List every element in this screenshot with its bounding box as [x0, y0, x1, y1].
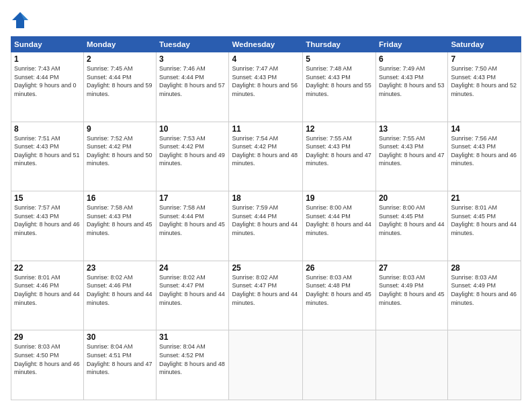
cell-info: Sunrise: 7:55 AMSunset: 4:43 PMDaylight:… [306, 135, 371, 167]
calendar-week-row: 29 Sunrise: 8:03 AMSunset: 4:50 PMDaylig… [11, 330, 521, 400]
calendar-cell: 26 Sunrise: 8:03 AMSunset: 4:48 PMDaylig… [303, 261, 376, 330]
calendar-cell: 5 Sunrise: 7:48 AMSunset: 4:43 PMDayligh… [303, 52, 376, 122]
calendar-cell: 30 Sunrise: 8:04 AMSunset: 4:51 PMDaylig… [83, 330, 156, 400]
cell-info: Sunrise: 8:00 AMSunset: 4:44 PMDaylight:… [306, 204, 371, 236]
day-number: 28 [451, 263, 518, 273]
cell-info: Sunrise: 8:03 AMSunset: 4:50 PMDaylight:… [14, 343, 80, 375]
calendar-week-row: 1 Sunrise: 7:43 AMSunset: 4:44 PMDayligh… [11, 52, 521, 122]
calendar-cell [303, 330, 376, 400]
calendar-cell: 24 Sunrise: 8:02 AMSunset: 4:47 PMDaylig… [157, 261, 229, 330]
cell-info: Sunrise: 7:59 AMSunset: 4:44 PMDaylight:… [232, 204, 298, 236]
calendar-cell: 19 Sunrise: 8:00 AMSunset: 4:44 PMDaylig… [303, 191, 376, 261]
calendar-cell: 27 Sunrise: 8:03 AMSunset: 4:49 PMDaylig… [375, 261, 447, 330]
calendar-header-row: SundayMondayTuesdayWednesdayThursdayFrid… [11, 37, 521, 52]
weekday-header: Friday [375, 37, 447, 52]
cell-info: Sunrise: 7:51 AMSunset: 4:43 PMDaylight:… [14, 135, 80, 167]
cell-info: Sunrise: 8:02 AMSunset: 4:46 PMDaylight:… [87, 274, 152, 306]
calendar-cell: 15 Sunrise: 7:57 AMSunset: 4:43 PMDaylig… [11, 191, 84, 261]
calendar-cell: 1 Sunrise: 7:43 AMSunset: 4:44 PMDayligh… [11, 52, 84, 122]
calendar-cell: 28 Sunrise: 8:03 AMSunset: 4:49 PMDaylig… [448, 261, 521, 330]
calendar-cell: 10 Sunrise: 7:53 AMSunset: 4:42 PMDaylig… [157, 122, 229, 191]
cell-info: Sunrise: 8:01 AMSunset: 4:45 PMDaylight:… [451, 204, 517, 236]
day-number: 3 [159, 54, 226, 64]
calendar-cell: 12 Sunrise: 7:55 AMSunset: 4:43 PMDaylig… [303, 122, 376, 191]
weekday-header: Sunday [11, 37, 84, 52]
cell-info: Sunrise: 7:58 AMSunset: 4:44 PMDaylight:… [159, 204, 225, 236]
cell-info: Sunrise: 7:54 AMSunset: 4:42 PMDaylight:… [232, 135, 298, 167]
calendar-cell: 22 Sunrise: 8:01 AMSunset: 4:46 PMDaylig… [11, 261, 84, 330]
day-number: 26 [306, 263, 373, 273]
day-number: 4 [232, 54, 300, 64]
calendar-cell: 29 Sunrise: 8:03 AMSunset: 4:50 PMDaylig… [11, 330, 84, 400]
day-number: 14 [451, 124, 518, 134]
calendar-cell: 23 Sunrise: 8:02 AMSunset: 4:46 PMDaylig… [83, 261, 156, 330]
cell-info: Sunrise: 7:58 AMSunset: 4:43 PMDaylight:… [87, 204, 152, 236]
day-number: 10 [159, 124, 226, 134]
calendar-cell: 21 Sunrise: 8:01 AMSunset: 4:45 PMDaylig… [448, 191, 521, 261]
day-number: 13 [379, 124, 445, 134]
calendar-cell: 11 Sunrise: 7:54 AMSunset: 4:42 PMDaylig… [229, 122, 303, 191]
calendar-cell: 17 Sunrise: 7:58 AMSunset: 4:44 PMDaylig… [157, 191, 229, 261]
cell-info: Sunrise: 7:48 AMSunset: 4:43 PMDaylight:… [306, 65, 371, 97]
day-number: 2 [87, 54, 153, 64]
calendar-week-row: 15 Sunrise: 7:57 AMSunset: 4:43 PMDaylig… [11, 191, 521, 261]
day-number: 22 [14, 263, 81, 273]
calendar-cell [448, 330, 521, 400]
day-number: 1 [14, 54, 81, 64]
calendar-cell: 25 Sunrise: 8:02 AMSunset: 4:47 PMDaylig… [229, 261, 303, 330]
cell-info: Sunrise: 8:02 AMSunset: 4:47 PMDaylight:… [159, 274, 225, 306]
calendar-cell: 8 Sunrise: 7:51 AMSunset: 4:43 PMDayligh… [11, 122, 84, 191]
logo [11, 11, 32, 30]
day-number: 16 [87, 193, 153, 203]
day-number: 27 [379, 263, 445, 273]
logo-icon [11, 11, 30, 30]
calendar-cell: 7 Sunrise: 7:50 AMSunset: 4:43 PMDayligh… [448, 52, 521, 122]
cell-info: Sunrise: 8:02 AMSunset: 4:47 PMDaylight:… [232, 274, 298, 306]
cell-info: Sunrise: 7:57 AMSunset: 4:43 PMDaylight:… [14, 204, 80, 236]
weekday-header: Monday [83, 37, 156, 52]
day-number: 15 [14, 193, 81, 203]
calendar-cell: 13 Sunrise: 7:55 AMSunset: 4:43 PMDaylig… [375, 122, 447, 191]
cell-info: Sunrise: 7:47 AMSunset: 4:43 PMDaylight:… [232, 65, 298, 97]
cell-info: Sunrise: 8:03 AMSunset: 4:49 PMDaylight:… [379, 274, 445, 306]
day-number: 17 [159, 193, 226, 203]
cell-info: Sunrise: 7:53 AMSunset: 4:42 PMDaylight:… [159, 135, 225, 167]
cell-info: Sunrise: 7:45 AMSunset: 4:44 PMDaylight:… [87, 65, 152, 97]
calendar-cell: 6 Sunrise: 7:49 AMSunset: 4:43 PMDayligh… [375, 52, 447, 122]
day-number: 21 [451, 193, 518, 203]
cell-info: Sunrise: 8:03 AMSunset: 4:48 PMDaylight:… [306, 274, 371, 306]
day-number: 24 [159, 263, 226, 273]
calendar: SundayMondayTuesdayWednesdayThursdayFrid… [11, 36, 521, 400]
day-number: 7 [451, 54, 518, 64]
calendar-cell: 16 Sunrise: 7:58 AMSunset: 4:43 PMDaylig… [83, 191, 156, 261]
calendar-cell: 14 Sunrise: 7:56 AMSunset: 4:43 PMDaylig… [448, 122, 521, 191]
day-number: 30 [87, 332, 153, 342]
calendar-cell: 9 Sunrise: 7:52 AMSunset: 4:42 PMDayligh… [83, 122, 156, 191]
day-number: 19 [306, 193, 373, 203]
page: SundayMondayTuesdayWednesdayThursdayFrid… [0, 0, 532, 411]
calendar-cell: 2 Sunrise: 7:45 AMSunset: 4:44 PMDayligh… [83, 52, 156, 122]
weekday-header: Saturday [448, 37, 521, 52]
header [11, 11, 521, 30]
cell-info: Sunrise: 7:43 AMSunset: 4:44 PMDaylight:… [14, 65, 77, 97]
calendar-week-row: 22 Sunrise: 8:01 AMSunset: 4:46 PMDaylig… [11, 261, 521, 330]
day-number: 29 [14, 332, 81, 342]
day-number: 18 [232, 193, 300, 203]
calendar-cell [375, 330, 447, 400]
weekday-header: Tuesday [157, 37, 229, 52]
cell-info: Sunrise: 8:00 AMSunset: 4:45 PMDaylight:… [379, 204, 445, 236]
cell-info: Sunrise: 7:56 AMSunset: 4:43 PMDaylight:… [451, 135, 517, 167]
cell-info: Sunrise: 7:50 AMSunset: 4:43 PMDaylight:… [451, 65, 517, 97]
calendar-cell: 31 Sunrise: 8:04 AMSunset: 4:52 PMDaylig… [157, 330, 229, 400]
day-number: 11 [232, 124, 300, 134]
day-number: 8 [14, 124, 81, 134]
cell-info: Sunrise: 7:49 AMSunset: 4:43 PMDaylight:… [379, 65, 445, 97]
calendar-cell: 4 Sunrise: 7:47 AMSunset: 4:43 PMDayligh… [229, 52, 303, 122]
day-number: 23 [87, 263, 153, 273]
calendar-body: 1 Sunrise: 7:43 AMSunset: 4:44 PMDayligh… [11, 52, 521, 400]
day-number: 25 [232, 263, 300, 273]
weekday-header: Wednesday [229, 37, 303, 52]
day-number: 5 [306, 54, 373, 64]
cell-info: Sunrise: 8:01 AMSunset: 4:46 PMDaylight:… [14, 274, 80, 306]
day-number: 6 [379, 54, 445, 64]
